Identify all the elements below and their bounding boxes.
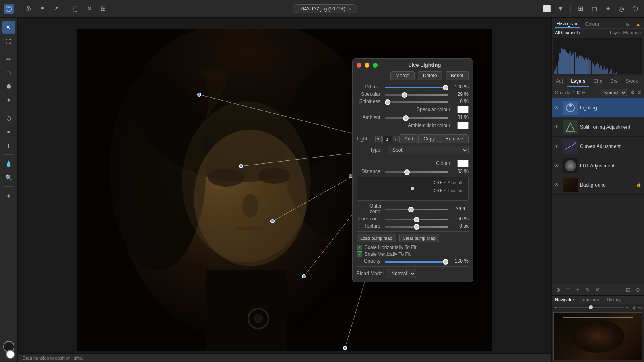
zoom-icon[interactable]: ▼ xyxy=(555,3,566,14)
tab-transform[interactable]: Transform xyxy=(577,296,604,304)
ll-add-btn[interactable]: Add xyxy=(399,134,418,143)
select-rect-tool[interactable]: ⬚ xyxy=(2,35,15,47)
ll-clear-bump-map-btn[interactable]: Clear bump Map xyxy=(399,234,439,242)
ll-load-bump-map-btn[interactable]: Load bump map xyxy=(357,234,396,242)
paint-tool[interactable]: ✏ xyxy=(2,53,15,66)
close-document-icon[interactable]: × xyxy=(349,6,351,12)
ll-maximize-btn[interactable] xyxy=(373,63,378,68)
zoom-slider[interactable] xyxy=(558,307,624,308)
tab-histogram[interactable]: Histogram xyxy=(555,20,580,28)
layer-visibility-curves[interactable]: 👁 xyxy=(554,144,561,149)
fx-layer-btn[interactable]: ✦ xyxy=(574,286,582,294)
histogram-expand-icon[interactable]: ⊞ xyxy=(626,22,630,27)
effects-icon[interactable]: ≡ xyxy=(37,3,48,14)
layer-item-lut[interactable]: 👁 LUT Adjustment xyxy=(552,156,644,175)
light-handle-6[interactable] xyxy=(343,346,347,350)
move-tool[interactable]: ↖ xyxy=(2,21,15,34)
ll-type-select[interactable]: Spot Directional Omni xyxy=(388,146,469,154)
pen-tool[interactable]: ✒ xyxy=(2,125,15,138)
ll-titlebar[interactable]: Live Lighting xyxy=(353,59,473,71)
ll-outer-cone-slider[interactable] xyxy=(385,209,448,210)
color-picker-tool[interactable]: 💧 xyxy=(2,157,15,170)
ll-direction-area[interactable]: Azimuth: 29.6 ° Elevation: 29.5 ° xyxy=(357,177,469,201)
zoom-tool[interactable]: 🔍 xyxy=(2,171,15,184)
zoom-out-icon[interactable]: − xyxy=(554,305,557,310)
ll-scale-v-checkbox[interactable]: ✓ xyxy=(357,251,362,257)
ll-merge-btn[interactable]: Merge xyxy=(390,71,415,80)
ll-ambient-colour-swatch[interactable] xyxy=(457,122,469,129)
ll-blend-select[interactable]: Normal xyxy=(387,269,416,278)
add-layer-btn[interactable]: ⊕ xyxy=(554,286,562,294)
ll-specular-colour-swatch[interactable] xyxy=(457,106,469,113)
tab-history[interactable]: History xyxy=(604,296,624,304)
layer-visibility-lut[interactable]: 👁 xyxy=(554,163,561,169)
layer-visibility-lighting[interactable]: 👁 xyxy=(554,105,561,111)
shape-tool[interactable]: ⬡ xyxy=(2,112,15,125)
all-channels-select[interactable]: All Channels xyxy=(555,30,580,35)
crop-icon[interactable]: ⊞ xyxy=(97,3,109,14)
tab-adj[interactable]: Adj xyxy=(552,76,567,87)
mask-icon[interactable]: ◻ xyxy=(588,3,600,14)
layer-options-icon[interactable]: ≡ xyxy=(638,90,641,95)
layer-selector[interactable]: Layer xyxy=(610,30,621,35)
arrange-icon[interactable]: ⊞ xyxy=(575,3,586,14)
layer-visibility-background[interactable]: 👁 xyxy=(554,182,561,188)
ll-copy-btn[interactable]: Copy xyxy=(418,134,440,143)
layer-settings-icon[interactable]: ⚙ xyxy=(630,90,635,95)
nav-viewport-rect[interactable] xyxy=(563,317,633,355)
mask-layer-btn[interactable]: ⬚ xyxy=(564,286,572,294)
view-mode-icon[interactable]: ⬜ xyxy=(541,3,553,14)
ll-diffuse-slider[interactable] xyxy=(385,87,448,88)
tab-navigator[interactable]: Navigator xyxy=(552,296,577,304)
ll-reset-btn[interactable]: Reset xyxy=(446,71,469,80)
light-handle-1[interactable] xyxy=(197,93,201,97)
edit-layer-btn[interactable]: ✎ xyxy=(583,286,591,294)
delete-layer-btn[interactable]: ✕ xyxy=(593,286,601,294)
tools-icon[interactable]: ⚙ xyxy=(23,3,34,14)
heal-tool[interactable]: ✦ xyxy=(2,94,15,107)
fx-icon[interactable]: ✦ xyxy=(602,3,613,14)
export-icon[interactable]: ↗ xyxy=(50,3,62,14)
ll-scale-h-checkbox[interactable]: ✓ xyxy=(357,245,362,250)
layer-item-lighting[interactable]: 👁 Lighting xyxy=(552,98,644,117)
ll-ambient-slider[interactable] xyxy=(385,117,448,119)
duplicate-layer-btn[interactable]: ⊞ xyxy=(624,286,632,294)
ll-specular-slider[interactable] xyxy=(385,94,448,96)
tab-chn[interactable]: Chn xyxy=(589,76,606,87)
ll-light-increment[interactable]: ▴ xyxy=(393,136,399,142)
ll-remove-btn[interactable]: Remove xyxy=(440,134,469,143)
layer-item-split-toning[interactable]: 👁 Split Toning Adjustment xyxy=(552,117,644,137)
tab-colour[interactable]: Colour xyxy=(584,21,601,28)
ll-minimize-btn[interactable] xyxy=(365,63,369,68)
fill-tool[interactable]: ⬟ xyxy=(2,80,15,93)
layer-item-background[interactable]: 👁 Background 🔒 xyxy=(552,175,644,195)
ll-delete-btn[interactable]: Delete xyxy=(418,71,442,80)
layer-item-curves[interactable]: 👁 Curves Adjustment xyxy=(552,137,644,156)
layer-visibility-split-toning[interactable]: 👁 xyxy=(554,124,561,130)
tab-brs[interactable]: Brs xyxy=(606,76,621,87)
ll-light-decrement[interactable]: ▾ xyxy=(375,136,382,142)
eraser-tool[interactable]: ◻ xyxy=(2,66,15,79)
ll-distance-slider[interactable] xyxy=(385,171,448,173)
navigator-thumbnail[interactable] xyxy=(553,312,642,360)
transform-icon[interactable]: ✕ xyxy=(84,3,95,14)
ll-opacity-slider[interactable] xyxy=(385,261,448,263)
background-color[interactable] xyxy=(6,350,15,359)
light-handle-2[interactable] xyxy=(239,164,243,168)
select-icon[interactable]: ⬚ xyxy=(70,3,81,14)
ll-texture-slider[interactable] xyxy=(385,226,448,228)
ll-direction-handle[interactable] xyxy=(411,187,414,190)
light-handle-5[interactable] xyxy=(302,274,306,278)
type-tool[interactable]: T xyxy=(2,139,15,152)
marquee-selector[interactable]: Marquee xyxy=(623,30,641,35)
gradient-tool[interactable]: ◈ xyxy=(2,189,15,202)
style-icon[interactable]: ⬡ xyxy=(630,3,641,14)
ll-colour-swatch[interactable] xyxy=(457,160,469,167)
zoom-in-icon[interactable]: + xyxy=(625,305,628,310)
ll-inner-cone-slider[interactable] xyxy=(385,219,448,220)
merge-layer-btn[interactable]: ⊕ xyxy=(634,286,642,294)
tab-stock[interactable]: Stock xyxy=(621,76,642,87)
ll-close-btn[interactable] xyxy=(357,63,361,68)
layer-icon[interactable]: ◎ xyxy=(616,3,627,14)
ll-shininess-slider[interactable] xyxy=(385,101,448,103)
